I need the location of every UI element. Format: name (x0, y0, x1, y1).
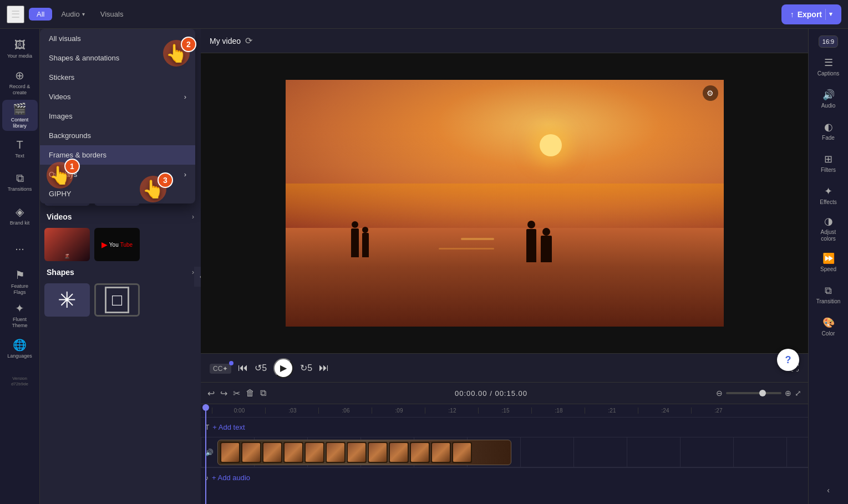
ruler-6: :06 (318, 408, 372, 414)
audio-track-icon: ♪ (205, 474, 209, 482)
tab-audio[interactable]: Audio ▾ (54, 8, 91, 21)
fit-button[interactable]: ⤢ (795, 389, 801, 398)
redo-button[interactable]: ↪ (220, 388, 227, 399)
videos-section-header: Videos › (44, 208, 196, 226)
dropdown-item-stickers[interactable]: Stickers (40, 68, 195, 87)
sidebar-item-brand-kit[interactable]: ◈ Brand kit (2, 200, 38, 231)
shape-thumb-rect[interactable]: □ (94, 283, 140, 317)
tab-visuals[interactable]: Visuals (94, 8, 130, 21)
dropdown-item-overlays[interactable]: Overlays › (40, 165, 195, 184)
add-text-track[interactable]: T + Add text (201, 418, 808, 437)
film-frame-6 (326, 442, 346, 463)
sidebar-item-transitions[interactable]: ⧉ Transitions (2, 166, 38, 197)
add-audio-track[interactable]: ♪ + Add audio (201, 467, 808, 487)
transition-right-icon: ⧉ (825, 285, 832, 297)
video-thumb-1[interactable]: 🌋 (44, 228, 90, 261)
export-button[interactable]: ↑ Export ▾ (781, 4, 841, 24)
ruler-18: :18 (531, 408, 585, 414)
right-item-speed[interactable]: ⏩ Speed (811, 247, 846, 278)
right-item-fade[interactable]: ◐ Fade (811, 115, 846, 146)
right-sidebar: 16:9 ☰ Captions 🔊 Audio ◐ Fade ⊞ Filters… (808, 29, 848, 504)
zoom-slider[interactable] (726, 392, 781, 394)
film-frame-7 (347, 442, 367, 463)
undo-button[interactable]: ↩ (207, 388, 215, 399)
ruler-21: :21 (585, 408, 638, 414)
video-clip[interactable] (217, 440, 511, 465)
right-collapse-icon[interactable]: ‹ (827, 486, 830, 495)
audio-chevron-icon: ▾ (82, 11, 85, 17)
right-item-color[interactable]: 🎨 Color (811, 311, 846, 342)
sun-reflection-2 (439, 248, 494, 250)
sidebar-item-languages[interactable]: 🌐 Languages (2, 333, 38, 364)
export-divider (825, 9, 826, 20)
sidebar-item-text[interactable]: T Text (2, 133, 38, 164)
shape-thumb-star[interactable]: ✳ (44, 283, 90, 317)
export-chevron-icon: ▾ (829, 11, 832, 18)
top-bar: ☰ All Audio ▾ Visuals ↑ Export ▾ (0, 0, 848, 29)
history-icon[interactable]: ⟳ (245, 35, 252, 46)
hamburger-button[interactable]: ☰ (7, 6, 24, 23)
content-library-icon: 🎬 (13, 102, 27, 115)
help-button[interactable]: ? (777, 349, 799, 371)
dropdown-item-backgrounds[interactable]: Backgrounds (40, 126, 195, 145)
audio-right-icon: 🔊 (822, 89, 835, 101)
ruler-15: :15 (478, 408, 531, 414)
fade-icon: ◐ (824, 121, 833, 133)
sidebar-item-version: Versiond72b9de (2, 366, 38, 397)
dropdown-item-frames[interactable]: Frames & borders (40, 145, 195, 165)
video-thumb-2[interactable]: ▶ You Tube (94, 228, 140, 261)
sidebar-item-content-library[interactable]: 🎬 Contentlibrary (2, 100, 38, 131)
dropdown-item-giphy[interactable]: GIPHY (40, 184, 195, 203)
horizon-glow (286, 184, 724, 228)
skip-forward-button[interactable]: ⏭ (319, 362, 329, 374)
delete-button[interactable]: 🗑 (246, 388, 255, 398)
zoom-out-button[interactable]: ⊖ (716, 389, 723, 398)
play-button[interactable]: ▶ (273, 358, 293, 378)
timeline-ruler: 0:00 :03 :06 :09 :12 :15 :18 :21 :24 :27 (201, 404, 808, 418)
duplicate-button[interactable]: ⧉ (260, 388, 266, 398)
center-area: My video ⟳ (201, 29, 808, 504)
dropdown-item-all-visuals[interactable]: All visuals (40, 29, 195, 48)
dropdown-item-shapes[interactable]: Shapes & annotations (40, 48, 195, 68)
dropdown-item-images[interactable]: Images (40, 106, 195, 126)
sidebar-item-record-create[interactable]: ⊕ Record &create (2, 67, 38, 98)
sidebar-item-feature-flags[interactable]: ⚑ FeatureFlags (2, 266, 38, 297)
aspect-ratio-button[interactable]: 16:9 (819, 35, 838, 48)
cc-button[interactable]: CC✦ (210, 364, 231, 374)
skip-back-button[interactable]: ⏮ (238, 362, 248, 374)
sidebar-item-fluent-theme[interactable]: ✦ FluentTheme (2, 299, 38, 330)
cut-button[interactable]: ✂ (233, 388, 240, 399)
right-item-effects[interactable]: ✦ Effects (811, 180, 846, 211)
video-settings-button[interactable]: ⚙ (703, 85, 718, 101)
tab-all[interactable]: All (29, 8, 52, 21)
forward-button[interactable]: ↻5 (300, 363, 312, 373)
effects-icon: ✦ (824, 185, 832, 197)
rewind-button[interactable]: ↺5 (255, 363, 267, 373)
languages-icon: 🌐 (13, 338, 27, 352)
captions-icon: ☰ (824, 57, 833, 69)
beach-background (286, 80, 724, 327)
videos-expand-icon[interactable]: › (192, 213, 194, 221)
film-frame-1 (220, 442, 240, 463)
timeline-content: 0:00 :03 :06 :09 :12 :15 :18 :21 :24 :27 (201, 404, 808, 504)
film-frame-4 (283, 442, 303, 463)
right-item-transition[interactable]: ⧉ Transition (811, 279, 846, 310)
right-item-captions[interactable]: ☰ Captions (811, 51, 846, 82)
right-item-audio[interactable]: 🔊 Audio (811, 83, 846, 114)
adjust-colors-icon: ◑ (824, 215, 833, 227)
sidebar-item-your-media[interactable]: 🖼 Your media (2, 33, 38, 64)
video-track: 🔊 (201, 437, 808, 467)
sidebar-item-more[interactable]: ··· (2, 233, 38, 264)
dropdown-item-videos[interactable]: Videos › (40, 87, 195, 106)
zoom-in-button[interactable]: ⊕ (785, 389, 791, 398)
film-frame-2 (241, 442, 261, 463)
ruler-24: :24 (638, 408, 691, 414)
video-area: ⚙ (201, 53, 808, 353)
right-item-adjust-colors[interactable]: ◑ Adjustcolors (811, 212, 846, 246)
brand-kit-icon: ◈ (16, 205, 24, 218)
overlays-arrow-icon: › (184, 170, 186, 179)
right-item-filters[interactable]: ⊞ Filters (811, 147, 846, 179)
film-frame-10 (410, 442, 430, 463)
video-header: My video ⟳ (201, 29, 808, 53)
collapse-panel-button[interactable]: ‹ (194, 267, 201, 287)
